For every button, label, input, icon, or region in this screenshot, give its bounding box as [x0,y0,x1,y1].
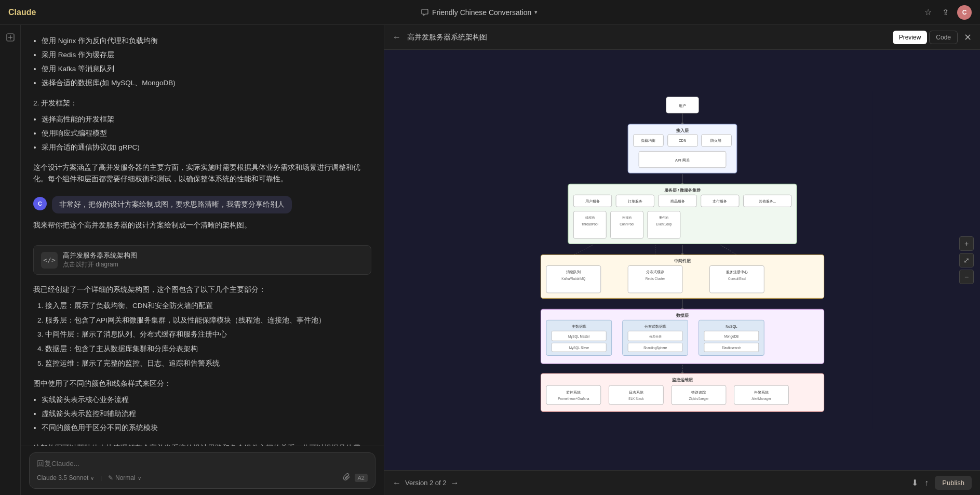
svg-text:链路追踪: 链路追踪 [691,390,706,394]
svg-text:服务层 / 微服务集群: 服务层 / 微服务集群 [663,188,701,192]
preview-content: 用户 接入层 负载均衡 CDN 防火墙 API 网关 [384,50,980,470]
top-bar-center: Friendly Chinese Conversation ▾ [421,8,538,17]
svg-text:主数据库: 主数据库 [571,325,586,328]
assistant-message-5: 图中使用了不同的颜色和线条样式来区分： 实线箭头表示核心业务流程 虚线箭头表示监… [33,378,371,436]
chat-messages: 使用 Nginx 作为反向代理和负载均衡 采用 Redis 作为缓存层 使用 K… [21,25,384,446]
input-bottom: Claude 3.5 Sonnet ∨ | ✎ Normal ∨ [37,473,368,483]
top-bar-right: ☆ ⇪ C [922,5,972,20]
style-label: Normal [115,474,136,481]
chat-panel: 使用 Nginx 作为反向代理和负载均衡 采用 Redis 作为缓存层 使用 K… [21,25,384,495]
svg-text:其他服务...: 其他服务... [758,199,776,203]
svg-text:用户: 用户 [679,103,686,108]
zoom-in-button[interactable]: + [959,236,974,251]
title-chevron: ▾ [534,9,538,16]
model-selector[interactable]: Claude 3.5 Sonnet ∨ [37,474,94,481]
user-bubble: 非常好，把你的设计方案绘制成图，要求思路清晰，我需要分享给别人 [52,196,292,213]
svg-text:接入层: 接入层 [676,127,689,132]
top-bar: Claude Friendly Chinese Conversation ▾ ☆… [0,0,980,25]
svg-text:ConnPool: ConnPool [620,222,634,225]
svg-text:MySQL Slave: MySQL Slave [569,345,589,350]
svg-text:CDN: CDN [678,139,686,142]
input-box: Claude 3.5 Sonnet ∨ | ✎ Normal ∨ [29,452,375,489]
svg-rect-75 [546,385,600,405]
preview-footer: ← Version 2 of 2 → ⬇ ↑ Publish [384,470,980,495]
preview-close-button[interactable]: ✕ [964,32,972,43]
preview-panel: ← 高并发服务器系统架构图 Preview Code ✕ 用户 [384,25,980,495]
model-chevron: ∨ [90,475,94,481]
style-chevron: ∨ [138,475,141,481]
svg-text:Zipkin/Jaeger: Zipkin/Jaeger [689,397,708,401]
tab-code[interactable]: Code [929,31,958,44]
new-chat-button[interactable] [2,29,19,46]
input-left-controls: Claude 3.5 Sonnet ∨ | ✎ Normal ∨ [37,474,141,481]
artifact-link: 点击以打开 diagram [63,260,137,269]
svg-text:商品服务: 商品服务 [670,199,684,203]
artifact-block[interactable]: </> 高并发服务器系统架构图 点击以打开 diagram [33,245,371,275]
preview-tab-group: Preview Code [893,31,958,44]
preview-back-button[interactable]: ← [393,33,401,42]
chat-input[interactable] [37,458,368,469]
top-bar-left: Claude [8,8,36,17]
svg-text:订单服务: 订单服务 [627,199,642,203]
star-button[interactable]: ☆ [922,5,934,19]
svg-text:中间件层: 中间件层 [674,259,691,263]
next-version-button[interactable]: → [451,478,459,488]
svg-rect-78 [609,385,663,405]
download-button[interactable]: ⬇ [911,478,918,488]
assistant-message-2: 2. 开发框架： 选择高性能的开发框架 使用响应式编程模型 采用合适的通信协议(… [33,98,371,156]
footer-nav: ← Version 2 of 2 → [393,478,459,488]
svg-text:线程池: 线程池 [585,216,594,219]
svg-text:服务注册中心: 服务注册中心 [726,270,747,274]
main-layout: 使用 Nginx 作为反向代理和负载均衡 采用 Redis 作为缓存层 使用 K… [0,25,980,495]
svg-text:负载均衡: 负载均衡 [640,139,655,142]
svg-text:ThreadPool: ThreadPool [581,222,598,225]
svg-text:数据层: 数据层 [676,313,689,318]
zoom-reset-button[interactable]: ⤢ [959,253,974,267]
zoom-out-button[interactable]: − [959,270,974,284]
svg-text:告警系统: 告警系统 [754,390,769,394]
assistant-response: 我来帮你把这个高并发服务器的设计方案绘制成一个清晰的架构图。 [33,220,371,236]
svg-text:事件池: 事件池 [659,216,668,219]
svg-text:EventLoop: EventLoop [656,222,672,226]
attach-button[interactable] [342,473,351,483]
version-text: Version 2 of 2 [405,479,447,487]
svg-text:MongoDB: MongoDB [724,334,739,338]
chat-icon [421,8,429,17]
assistant-message-3: 这个设计方案涵盖了高并发服务器的主要方面，实际实施时需要根据具体业务需求和场景进… [33,162,371,190]
footer-share-button[interactable]: ↑ [924,478,929,488]
artifact-icon: </> [41,252,58,269]
share-button[interactable]: ⇪ [940,5,951,19]
svg-text:消息队列: 消息队列 [566,270,581,274]
svg-text:AlertManager: AlertManager [751,397,771,401]
user-avatar: C [33,197,47,210]
svg-text:支付服务: 支付服务 [713,199,727,203]
svg-text:MySQL Master: MySQL Master [568,334,589,338]
svg-text:分库分表: 分库分表 [649,334,661,338]
svg-text:用户服务: 用户服务 [585,199,600,203]
svg-text:监控运维层: 监控运维层 [672,377,693,382]
avatar: C [957,5,972,20]
conversation-title[interactable]: Friendly Chinese Conversation [432,8,531,17]
publish-button[interactable]: Publish [935,476,972,490]
separator: | [100,475,102,481]
artifact-text: 高并发服务器系统架构图 点击以打开 diagram [63,251,137,269]
artifact-title: 高并发服务器系统架构图 [63,251,137,260]
svg-text:Redis Cluster: Redis Cluster [645,276,665,280]
char-counter: A2 [355,474,368,482]
svg-text:分布式缓存: 分布式缓存 [646,270,664,274]
svg-text:Prometheus+Grafana: Prometheus+Grafana [558,397,589,400]
svg-text:Kafka/RabbitMQ: Kafka/RabbitMQ [561,276,585,280]
svg-text:日志系统: 日志系统 [628,390,643,394]
svg-text:ShardingSphere: ShardingSphere [643,345,667,350]
svg-text:API 网关: API 网关 [675,158,690,163]
diagram-svg: 用户 接入层 负载均衡 CDN 防火墙 API 网关 [488,91,877,429]
style-selector[interactable]: ✎ Normal ∨ [108,474,141,481]
preview-header: ← 高并发服务器系统架构图 Preview Code ✕ [384,25,980,50]
svg-text:监控系统: 监控系统 [566,390,581,394]
svg-rect-81 [672,385,726,405]
svg-text:NoSQL: NoSQL [726,325,737,329]
prev-version-button[interactable]: ← [393,478,401,488]
footer-right: ⬇ ↑ Publish [911,476,972,490]
svg-text:分布式数据库: 分布式数据库 [644,325,666,328]
tab-preview[interactable]: Preview [893,31,928,44]
